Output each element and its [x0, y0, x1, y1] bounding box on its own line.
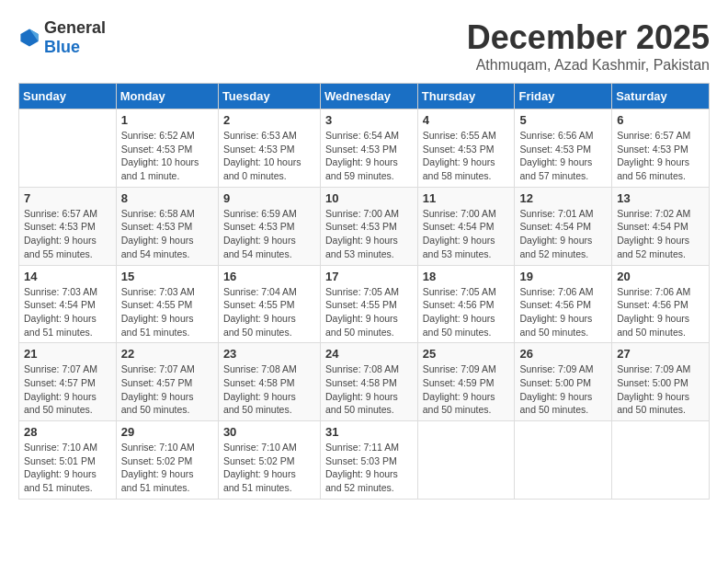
day-header-saturday: Saturday: [612, 84, 710, 109]
calendar-cell: 13Sunrise: 7:02 AM Sunset: 4:54 PM Dayli…: [612, 187, 710, 265]
calendar-week-row: 1Sunrise: 6:52 AM Sunset: 4:53 PM Daylig…: [19, 109, 710, 188]
day-number: 22: [121, 347, 213, 361]
day-number: 8: [121, 191, 213, 205]
day-header-monday: Monday: [116, 84, 218, 109]
day-info: Sunrise: 7:08 AM Sunset: 4:58 PM Dayligh…: [223, 362, 315, 417]
calendar-table: SundayMondayTuesdayWednesdayThursdayFrid…: [18, 83, 710, 500]
day-info: Sunrise: 6:52 AM Sunset: 4:53 PM Dayligh…: [121, 129, 213, 183]
calendar-cell: 2Sunrise: 6:53 AM Sunset: 4:53 PM Daylig…: [218, 109, 320, 188]
day-info: Sunrise: 7:07 AM Sunset: 4:57 PM Dayligh…: [121, 362, 213, 417]
logo-icon: [18, 27, 40, 49]
day-number: 20: [617, 270, 704, 283]
calendar-cell: 11Sunrise: 7:00 AM Sunset: 4:54 PM Dayli…: [417, 187, 515, 265]
day-number: 30: [223, 425, 315, 439]
calendar-cell: 26Sunrise: 7:09 AM Sunset: 5:00 PM Dayli…: [515, 343, 612, 421]
calendar-week-row: 21Sunrise: 7:07 AM Sunset: 4:57 PM Dayli…: [19, 343, 710, 421]
calendar-cell: 10Sunrise: 7:00 AM Sunset: 4:53 PM Dayli…: [321, 187, 418, 265]
day-info: Sunrise: 7:03 AM Sunset: 4:54 PM Dayligh…: [24, 285, 111, 339]
calendar-cell: 9Sunrise: 6:59 AM Sunset: 4:53 PM Daylig…: [218, 187, 320, 265]
calendar-cell: [417, 421, 515, 500]
day-info: Sunrise: 7:04 AM Sunset: 4:55 PM Dayligh…: [223, 285, 315, 339]
day-number: 1: [121, 113, 213, 127]
calendar-cell: 6Sunrise: 6:57 AM Sunset: 4:53 PM Daylig…: [612, 109, 710, 188]
day-info: Sunrise: 7:02 AM Sunset: 4:54 PM Dayligh…: [617, 207, 704, 261]
calendar-cell: 4Sunrise: 6:55 AM Sunset: 4:53 PM Daylig…: [417, 109, 515, 188]
day-number: 15: [121, 270, 213, 283]
logo-text-blue: Blue: [44, 38, 80, 56]
calendar-cell: 28Sunrise: 7:10 AM Sunset: 5:01 PM Dayli…: [19, 421, 117, 500]
calendar-cell: [612, 421, 710, 500]
calendar-cell: [515, 421, 612, 500]
calendar-cell: 12Sunrise: 7:01 AM Sunset: 4:54 PM Dayli…: [515, 187, 612, 265]
day-number: 2: [223, 113, 315, 127]
day-info: Sunrise: 7:03 AM Sunset: 4:55 PM Dayligh…: [121, 285, 213, 339]
day-info: Sunrise: 6:59 AM Sunset: 4:53 PM Dayligh…: [223, 207, 315, 261]
logo: General Blue: [18, 18, 106, 57]
calendar-cell: 25Sunrise: 7:09 AM Sunset: 4:59 PM Dayli…: [417, 343, 515, 421]
day-info: Sunrise: 7:10 AM Sunset: 5:02 PM Dayligh…: [223, 441, 315, 495]
day-info: Sunrise: 6:57 AM Sunset: 4:53 PM Dayligh…: [24, 207, 111, 261]
calendar-cell: 31Sunrise: 7:11 AM Sunset: 5:03 PM Dayli…: [321, 421, 418, 500]
day-header-friday: Friday: [515, 84, 612, 109]
day-number: 12: [519, 191, 607, 205]
calendar-cell: 23Sunrise: 7:08 AM Sunset: 4:58 PM Dayli…: [218, 343, 320, 421]
day-info: Sunrise: 7:11 AM Sunset: 5:03 PM Dayligh…: [325, 441, 413, 495]
day-info: Sunrise: 7:09 AM Sunset: 5:00 PM Dayligh…: [519, 362, 607, 417]
calendar-cell: 5Sunrise: 6:56 AM Sunset: 4:53 PM Daylig…: [515, 109, 612, 188]
header: General Blue December 2025 Athmuqam, Aza…: [18, 18, 710, 74]
day-info: Sunrise: 7:08 AM Sunset: 4:58 PM Dayligh…: [325, 362, 413, 417]
day-info: Sunrise: 7:00 AM Sunset: 4:54 PM Dayligh…: [423, 207, 510, 261]
calendar-week-row: 14Sunrise: 7:03 AM Sunset: 4:54 PM Dayli…: [19, 265, 710, 343]
day-info: Sunrise: 7:06 AM Sunset: 4:56 PM Dayligh…: [519, 285, 607, 339]
calendar-cell: [19, 109, 117, 188]
calendar-header-row: SundayMondayTuesdayWednesdayThursdayFrid…: [19, 84, 710, 109]
month-title: December 2025: [467, 18, 710, 57]
day-number: 27: [617, 347, 704, 361]
day-number: 29: [121, 425, 213, 439]
calendar-week-row: 28Sunrise: 7:10 AM Sunset: 5:01 PM Dayli…: [19, 421, 710, 500]
calendar-week-row: 7Sunrise: 6:57 AM Sunset: 4:53 PM Daylig…: [19, 187, 710, 265]
calendar-cell: 24Sunrise: 7:08 AM Sunset: 4:58 PM Dayli…: [321, 343, 418, 421]
day-info: Sunrise: 6:56 AM Sunset: 4:53 PM Dayligh…: [519, 129, 607, 183]
day-info: Sunrise: 7:07 AM Sunset: 4:57 PM Dayligh…: [24, 362, 111, 417]
day-number: 5: [519, 113, 607, 127]
day-number: 4: [423, 113, 510, 127]
day-info: Sunrise: 7:09 AM Sunset: 4:59 PM Dayligh…: [423, 362, 510, 417]
calendar-cell: 22Sunrise: 7:07 AM Sunset: 4:57 PM Dayli…: [116, 343, 218, 421]
svg-marker-0: [20, 29, 38, 46]
calendar-cell: 8Sunrise: 6:58 AM Sunset: 4:53 PM Daylig…: [116, 187, 218, 265]
logo-text-general: General: [44, 18, 106, 37]
day-info: Sunrise: 7:05 AM Sunset: 4:55 PM Dayligh…: [325, 285, 413, 339]
day-number: 31: [325, 425, 413, 439]
day-header-tuesday: Tuesday: [218, 84, 320, 109]
day-number: 10: [325, 191, 413, 205]
day-number: 17: [325, 270, 413, 283]
title-area: December 2025 Athmuqam, Azad Kashmir, Pa…: [467, 18, 710, 74]
day-header-sunday: Sunday: [19, 84, 117, 109]
calendar-cell: 27Sunrise: 7:09 AM Sunset: 5:00 PM Dayli…: [612, 343, 710, 421]
day-number: 21: [24, 347, 111, 361]
day-number: 9: [223, 191, 315, 205]
calendar-cell: 19Sunrise: 7:06 AM Sunset: 4:56 PM Dayli…: [515, 265, 612, 343]
day-info: Sunrise: 7:00 AM Sunset: 4:53 PM Dayligh…: [325, 207, 413, 261]
calendar-cell: 7Sunrise: 6:57 AM Sunset: 4:53 PM Daylig…: [19, 187, 117, 265]
day-info: Sunrise: 6:58 AM Sunset: 4:53 PM Dayligh…: [121, 207, 213, 261]
day-number: 16: [223, 270, 315, 283]
calendar-cell: 1Sunrise: 6:52 AM Sunset: 4:53 PM Daylig…: [116, 109, 218, 188]
day-info: Sunrise: 7:10 AM Sunset: 5:02 PM Dayligh…: [121, 441, 213, 495]
calendar-cell: 14Sunrise: 7:03 AM Sunset: 4:54 PM Dayli…: [19, 265, 117, 343]
day-info: Sunrise: 7:01 AM Sunset: 4:54 PM Dayligh…: [519, 207, 607, 261]
day-number: 28: [24, 425, 111, 439]
calendar-cell: 30Sunrise: 7:10 AM Sunset: 5:02 PM Dayli…: [218, 421, 320, 500]
calendar-cell: 29Sunrise: 7:10 AM Sunset: 5:02 PM Dayli…: [116, 421, 218, 500]
day-header-thursday: Thursday: [417, 84, 515, 109]
day-number: 3: [325, 113, 413, 127]
day-info: Sunrise: 7:05 AM Sunset: 4:56 PM Dayligh…: [423, 285, 510, 339]
calendar-cell: 20Sunrise: 7:06 AM Sunset: 4:56 PM Dayli…: [612, 265, 710, 343]
day-info: Sunrise: 7:06 AM Sunset: 4:56 PM Dayligh…: [617, 285, 704, 339]
calendar-cell: 17Sunrise: 7:05 AM Sunset: 4:55 PM Dayli…: [321, 265, 418, 343]
day-number: 26: [519, 347, 607, 361]
day-number: 24: [325, 347, 413, 361]
day-number: 7: [24, 191, 111, 205]
day-info: Sunrise: 7:09 AM Sunset: 5:00 PM Dayligh…: [617, 362, 704, 417]
